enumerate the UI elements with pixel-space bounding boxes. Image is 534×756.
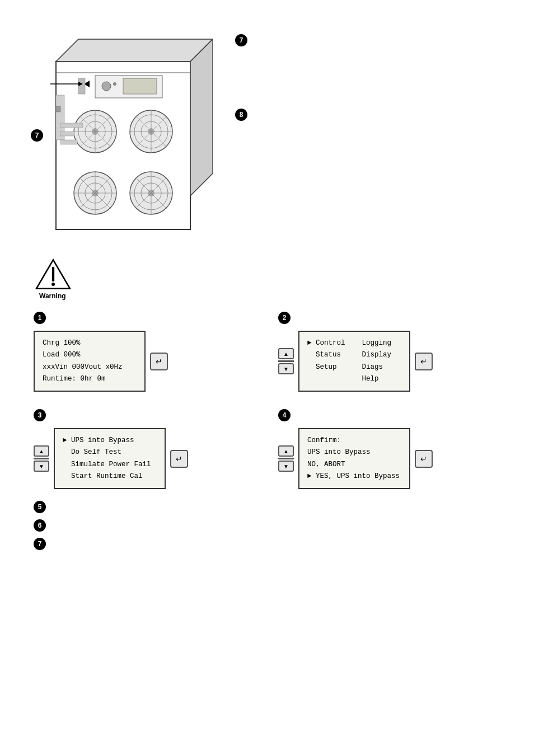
nav-up-4[interactable]: ▲ [278,445,294,457]
step-7-block: 7 [34,537,500,550]
top-item-8: 8 [235,108,252,121]
svg-point-51 [51,283,55,286]
step-2-lcd: ► Control Logging Status Display Setup D… [298,331,410,392]
enter-button-2[interactable]: ↵ [415,353,433,370]
circle-7-left: 7 [31,129,43,142]
step-3-block: 3 ▲ ▼ ► UPS into Bypass Do Self Test Sim… [34,408,256,489]
step-1-lcd: Chrg 100% Load 000% xxxVin 000Vout x0Hz … [34,331,146,392]
step-3-line-2: Do Self Test [63,447,157,458]
step-2-block: 2 ▲ ▼ ► Control Logging Status Display S… [278,311,500,392]
svg-point-6 [102,82,111,91]
top-right-labels: 7 8 [235,28,252,121]
step-4-line-1: Confirm: [307,435,401,447]
nav-up-2[interactable]: ▲ [278,348,294,359]
nav-up-3[interactable]: ▲ [34,445,49,457]
step-3-line-3: Simulate Power Fail [63,459,157,471]
nav-mid-4 [278,458,294,459]
svg-rect-9 [78,78,85,94]
step-2-header: 2 [278,311,500,324]
circle-8: 8 [235,109,247,121]
ups-left-label: 7 [31,129,43,142]
svg-marker-1 [56,39,213,62]
svg-rect-5 [123,78,157,94]
nav-down-3[interactable]: ▼ [34,461,49,472]
nav-mid-3 [34,458,49,459]
nav-down-2[interactable]: ▼ [278,363,294,374]
svg-rect-43 [56,106,60,112]
step-1-line-4: Runtime: 0hr 0m [43,373,137,385]
step-2-line-1: ► Control Logging [307,337,401,349]
step-4-lcd-container: ▲ ▼ Confirm: UPS into Bypass NO, ABORT ►… [278,428,500,489]
step-3-header: 3 [34,408,256,421]
step-4-header: 4 [278,408,500,421]
steps-grid: 1 Chrg 100% Load 000% xxxVin 000Vout x0H… [34,311,500,489]
step-4-line-4: ► YES, UPS into Bypass [307,471,401,482]
svg-rect-45 [60,132,74,136]
nav-buttons-4: ▲ ▼ [278,445,294,472]
step-1-line-3: xxxVin 000Vout x0Hz [43,361,137,373]
step-2-lcd-container: ▲ ▼ ► Control Logging Status Display Set… [278,331,500,392]
warning-triangle-icon [34,257,73,291]
enter-button-1[interactable]: ↵ [150,353,168,370]
circle-6: 6 [34,519,46,532]
circle-7-top: 7 [235,34,247,46]
step-2-line-3: Setup Diags [307,361,401,373]
nav-buttons-3: ▲ ▼ [34,445,49,472]
circle-2: 2 [278,312,291,324]
nav-buttons-2: ▲ ▼ [278,348,294,374]
svg-rect-44 [60,123,83,128]
circle-4: 4 [278,409,291,421]
step-4-lcd: Confirm: UPS into Bypass NO, ABORT ► YES… [298,428,410,489]
step-1-block: 1 Chrg 100% Load 000% xxxVin 000Vout x0H… [34,311,256,392]
step-3-lcd-container: ▲ ▼ ► UPS into Bypass Do Self Test Simul… [34,428,256,489]
nav-mid-2 [278,360,294,362]
step-1-header: 1 [34,311,256,324]
step-5-block: 5 [34,500,500,513]
step-2-line-2: Status Display [307,349,401,361]
svg-point-7 [113,82,116,86]
step-3-lcd: ► UPS into Bypass Do Self Test Simulate … [54,428,166,489]
warning-section: Warning [34,257,500,300]
bottom-steps: 5 6 7 [34,500,500,550]
top-item-7: 7 [235,34,252,46]
nav-down-4[interactable]: ▼ [278,461,294,472]
step-1-lcd-container: Chrg 100% Load 000% xxxVin 000Vout x0Hz … [34,331,256,392]
step-4-line-2: UPS into Bypass [307,447,401,458]
page-container: 7 [0,0,534,756]
top-section: 7 [34,28,500,241]
enter-button-4[interactable]: ↵ [415,450,433,468]
ups-illustration: 7 [34,28,213,241]
step-2-line-4: Help [307,373,401,385]
svg-marker-2 [190,39,213,196]
step-6-block: 6 [34,519,500,532]
step-4-line-3: NO, ABORT [307,459,401,471]
circle-7-bottom: 7 [34,538,46,550]
step-3-line-1: ► UPS into Bypass [63,435,157,447]
svg-rect-46 [60,140,77,144]
enter-button-3[interactable]: ↵ [170,450,188,468]
ups-svg [34,28,213,241]
warning-label: Warning [39,292,66,300]
step-4-block: 4 ▲ ▼ Confirm: UPS into Bypass NO, ABORT… [278,408,500,489]
step-1-line-1: Chrg 100% [43,337,137,349]
circle-3: 3 [34,409,46,421]
step-1-line-2: Load 000% [43,349,137,361]
circle-1: 1 [34,312,46,324]
circle-5: 5 [34,501,46,513]
step-3-line-4: Start Runtime Cal [63,471,157,482]
